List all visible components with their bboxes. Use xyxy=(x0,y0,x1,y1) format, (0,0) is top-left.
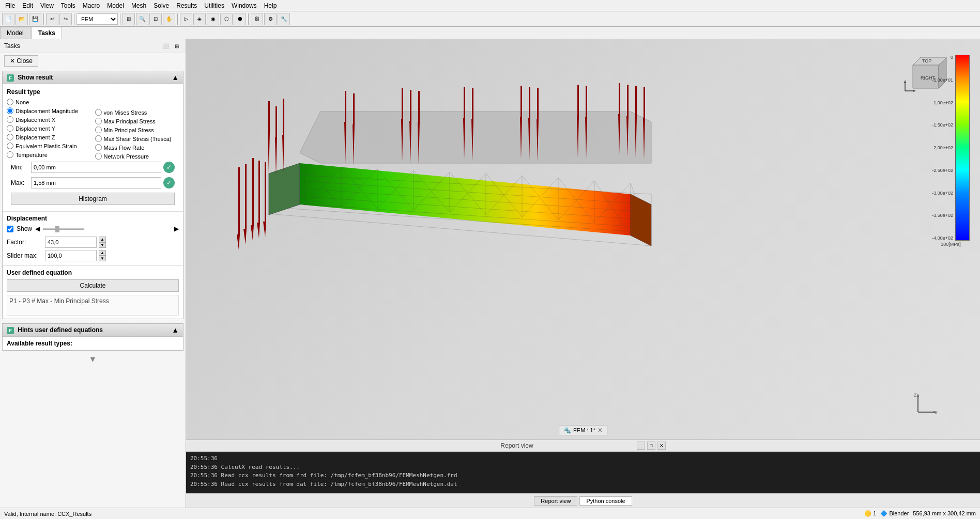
separator-2 xyxy=(74,13,74,25)
colorscale-bar xyxy=(955,55,970,241)
calculate-button[interactable]: Calculate xyxy=(7,279,179,292)
axis-svg: X Z xyxy=(913,391,939,417)
workbench-dropdown[interactable]: FEM xyxy=(76,13,118,25)
svg-rect-69 xyxy=(402,88,403,119)
tab-tasks[interactable]: Tasks xyxy=(32,27,62,39)
menu-file[interactable]: File xyxy=(2,1,18,10)
viewport[interactable]: RIGHT TOP 0 -5,00e+01 -1,00e+02 -1,5 xyxy=(186,39,980,439)
report-close-btn[interactable]: ✕ xyxy=(657,442,666,450)
svg-marker-97 xyxy=(251,225,254,241)
svg-marker-99 xyxy=(257,223,260,238)
hints-title: Hints user defined equations xyxy=(18,326,103,334)
close-button[interactable]: ✕ Close xyxy=(4,55,38,67)
tb-save[interactable]: 💾 xyxy=(29,13,41,25)
console-line-4: 20:55:36 Read ccx results from dat file:… xyxy=(190,480,976,489)
panel-maximize-btn[interactable]: ⊞ xyxy=(172,41,181,51)
menu-model[interactable]: Model xyxy=(104,1,127,10)
radio-von-mises: von Mises Stress xyxy=(95,109,179,116)
tb-open[interactable]: 📂 xyxy=(16,13,28,25)
tb-draw5[interactable]: ⬢ xyxy=(234,13,246,25)
equation-text: P1 - P3 # Max - Min Principal Stress xyxy=(7,295,179,316)
menu-macro[interactable]: Macro xyxy=(80,1,103,10)
tb-fem3[interactable]: 🔧 xyxy=(278,13,290,25)
factor-input[interactable] xyxy=(45,237,97,248)
max-input[interactable] xyxy=(31,177,161,188)
radio-mf-label: Mass Flow Rate xyxy=(104,145,145,151)
report-maximize-btn[interactable]: □ xyxy=(647,442,655,450)
menu-windows[interactable]: Windows xyxy=(228,1,260,10)
left-tall-arrows xyxy=(237,158,266,250)
fem-close-btn[interactable]: ✕ xyxy=(598,427,603,434)
menubar: File Edit View Tools Macro Model Mesh So… xyxy=(0,0,980,11)
svg-rect-73 xyxy=(418,91,420,122)
menu-utilities[interactable]: Utilities xyxy=(201,1,227,10)
radio-eq-plastic: Equivalent Plastic Strain xyxy=(7,143,91,149)
tb-new[interactable]: 📄 xyxy=(2,13,14,25)
axis-indicator: X Z xyxy=(913,391,939,419)
tb-pan[interactable]: ✋ xyxy=(163,13,175,25)
svg-text:X: X xyxy=(935,410,938,415)
slider-max-up[interactable]: ▲ xyxy=(99,250,106,256)
scale-label-1: -5,00e+01 xyxy=(932,77,953,83)
tb-fem2[interactable]: ⚙ xyxy=(264,13,277,25)
radio-min-p-label: Min Principal Stress xyxy=(104,127,154,133)
svg-rect-65 xyxy=(345,91,346,122)
report-minimize-btn[interactable]: _ xyxy=(637,442,645,450)
svg-marker-7 xyxy=(913,90,916,92)
menu-mesh[interactable]: Mesh xyxy=(128,1,149,10)
tb-redo[interactable]: ↪ xyxy=(59,13,72,25)
spacer xyxy=(95,99,179,107)
bottom-section: Report view _ □ ✕ 20:55:36 20:55:36 Calc… xyxy=(186,439,980,508)
radio-disp-z-label: Displacement Z xyxy=(16,134,55,140)
svg-rect-104 xyxy=(238,167,240,234)
tasks-title: Tasks xyxy=(4,42,20,50)
arrow-right[interactable]: ▶ xyxy=(174,225,179,232)
tb-draw4[interactable]: ⬡ xyxy=(220,13,233,25)
tb-zoom-sel[interactable]: 🔍 xyxy=(136,13,148,25)
console-line-1: 20:55:36 xyxy=(190,454,976,463)
scale-label-6: -3,00e+02 xyxy=(932,191,953,196)
user-defined-section: User defined equation Calculate P1 - P3 … xyxy=(3,265,183,319)
hints-collapse[interactable]: ▲ xyxy=(172,326,179,334)
svg-rect-96 xyxy=(252,158,254,225)
show-result-collapse[interactable]: ▲ xyxy=(172,73,179,82)
factor-up[interactable]: ▲ xyxy=(99,237,106,242)
hints-content: Available result types: xyxy=(3,337,183,350)
min-input[interactable] xyxy=(31,162,161,173)
ude-header: User defined equation xyxy=(7,269,179,276)
tb-zoom-all[interactable]: ⊞ xyxy=(122,13,135,25)
show-checkbox[interactable] xyxy=(7,226,13,232)
slider-max-down[interactable]: ▼ xyxy=(99,256,106,261)
radio-temp-label: Temperature xyxy=(16,152,48,158)
svg-marker-62 xyxy=(282,135,284,174)
menu-edit[interactable]: Edit xyxy=(19,1,36,10)
radio-max-principal: Max Principal Stress xyxy=(95,118,179,124)
slider-max-input[interactable] xyxy=(45,250,97,261)
displacement-slider[interactable] xyxy=(43,228,84,230)
tb-draw3[interactable]: ◉ xyxy=(207,13,219,25)
tb-draw2[interactable]: ◈ xyxy=(193,13,206,25)
factor-down[interactable]: ▼ xyxy=(99,242,106,248)
svg-rect-100 xyxy=(265,162,266,222)
tb-fem1[interactable]: ⛓ xyxy=(251,13,263,25)
statusbar: Valid, Internal name: CCX_Results 🟡 1 🔷 … xyxy=(0,508,980,519)
tab-model[interactable]: Model xyxy=(0,27,30,39)
panel-expand-btn[interactable]: ⬜ xyxy=(161,41,170,51)
histogram-button[interactable]: Histogram xyxy=(11,193,175,205)
menu-results[interactable]: Results xyxy=(173,1,200,10)
radio-disp-x: Displacement X xyxy=(7,116,91,123)
svg-rect-85 xyxy=(577,85,579,116)
tb-fit[interactable]: ⊡ xyxy=(149,13,162,25)
tab-python-console[interactable]: Python console xyxy=(579,496,632,506)
tabbar: Model Tasks xyxy=(0,27,980,39)
separator-1 xyxy=(43,13,44,25)
menu-tools[interactable]: Tools xyxy=(58,1,79,10)
svg-marker-56 xyxy=(269,163,300,215)
menu-solve[interactable]: Solve xyxy=(150,1,172,10)
tab-report-view[interactable]: Report view xyxy=(534,496,577,506)
menu-help[interactable]: Help xyxy=(261,1,280,10)
menu-view[interactable]: View xyxy=(37,1,57,10)
arrow-left[interactable]: ◀ xyxy=(35,225,40,232)
tb-undo[interactable]: ↩ xyxy=(46,13,58,25)
tb-draw1[interactable]: ▷ xyxy=(180,13,192,25)
